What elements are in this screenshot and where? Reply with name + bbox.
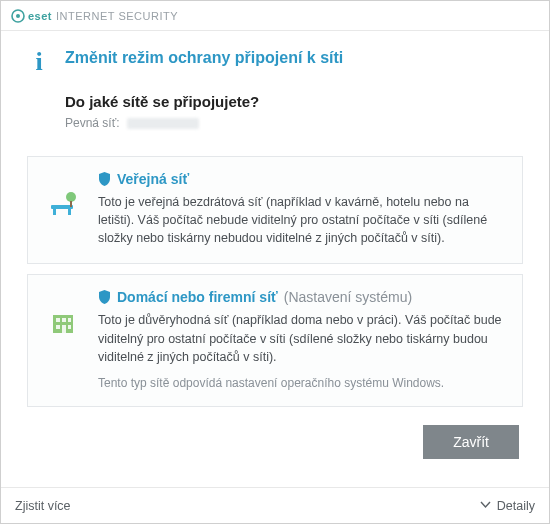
learn-more-label: Zjistit více [15, 499, 71, 513]
shield-icon [98, 172, 111, 186]
network-name-redacted [127, 118, 199, 129]
close-button[interactable]: Zavřít [423, 425, 519, 459]
option-title: Domácí nebo firemní síť [117, 289, 278, 305]
footer: Zjistit více Detaily [1, 487, 549, 523]
option-description: Toto je veřejná bezdrátová síť (napříkla… [98, 193, 506, 247]
svg-point-1 [16, 14, 20, 18]
svg-rect-4 [68, 209, 71, 215]
titlebar: eset INTERNET SECURITY [1, 1, 549, 31]
brand: eset INTERNET SECURITY [11, 9, 178, 23]
info-icon: i [27, 49, 51, 75]
question-text: Do jaké sítě se připojujete? [65, 93, 523, 110]
brand-product: INTERNET SECURITY [56, 10, 178, 22]
svg-rect-13 [68, 325, 71, 329]
header-text: Změnit režim ochrany připojení k síti [65, 49, 343, 67]
svg-rect-8 [56, 318, 60, 322]
dialog-title: Změnit režim ochrany připojení k síti [65, 49, 343, 67]
option-title-row: Veřejná síť [98, 171, 506, 187]
svg-rect-10 [68, 318, 71, 322]
option-title-suffix: (Nastavení systému) [284, 289, 412, 305]
option-note: Tento typ sítě odpovídá nastavení operač… [98, 376, 506, 390]
question-block: Do jaké sítě se připojujete? Pevná síť: [65, 93, 523, 130]
svg-point-5 [66, 192, 76, 202]
option-home-network[interactable]: Domácí nebo firemní síť (Nastavení systé… [27, 274, 523, 406]
details-toggle[interactable]: Detaily [480, 499, 535, 513]
svg-rect-12 [62, 325, 66, 333]
svg-rect-2 [51, 205, 73, 209]
header: i Změnit režim ochrany připojení k síti [27, 49, 523, 75]
button-row: Zavřít [27, 425, 523, 459]
option-public-network[interactable]: Veřejná síť Toto je veřejná bezdrátová s… [27, 156, 523, 264]
network-meta-label: Pevná síť: [65, 116, 120, 130]
dialog-window: eset INTERNET SECURITY i Změnit režim oc… [0, 0, 550, 524]
dialog-body: i Změnit režim ochrany připojení k síti … [1, 31, 549, 487]
option-description: Toto je důvěryhodná síť (například doma … [98, 311, 506, 365]
option-title: Veřejná síť [117, 171, 189, 187]
eset-logo-icon [11, 9, 25, 23]
network-meta: Pevná síť: [65, 116, 523, 130]
option-body: Veřejná síť Toto je veřejná bezdrátová s… [98, 171, 506, 247]
svg-rect-11 [56, 325, 60, 329]
details-label: Detaily [497, 499, 535, 513]
public-network-icon [44, 171, 84, 217]
svg-rect-9 [62, 318, 66, 322]
option-title-row: Domácí nebo firemní síť (Nastavení systé… [98, 289, 506, 305]
home-network-icon [44, 289, 84, 337]
brand-name: eset [28, 10, 52, 22]
svg-rect-3 [53, 209, 56, 215]
option-body: Domácí nebo firemní síť (Nastavení systé… [98, 289, 506, 389]
shield-icon [98, 290, 111, 304]
options-list: Veřejná síť Toto je veřejná bezdrátová s… [27, 156, 523, 407]
brand-logo: eset [11, 9, 52, 23]
svg-rect-6 [70, 201, 72, 207]
learn-more-link[interactable]: Zjistit více [15, 499, 71, 513]
chevron-down-icon [480, 499, 491, 513]
